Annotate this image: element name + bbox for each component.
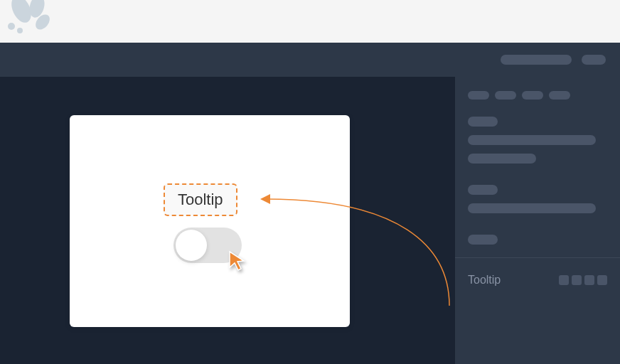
sidebar-placeholder [495,91,516,100]
sidebar-placeholder [468,91,489,100]
sidebar-footer-controls [559,275,607,285]
sidebar-placeholder [549,91,570,100]
sidebar-placeholder [468,117,498,127]
sidebar-tooltip-label[interactable]: Tooltip [468,274,501,287]
titlebar-placeholder [582,55,606,65]
app-titlebar [0,43,620,77]
properties-sidebar: Tooltip [455,77,620,364]
sidebar-footer-square[interactable] [572,275,582,285]
titlebar-placeholder [501,55,572,65]
sidebar-placeholder [468,235,498,245]
sidebar-placeholder [468,185,498,195]
sidebar-placeholder [468,154,536,164]
tooltip-bubble[interactable]: Tooltip [164,183,237,216]
svg-point-3 [8,23,15,30]
sidebar-footer-square[interactable] [584,275,594,285]
sidebar-footer-square[interactable] [559,275,569,285]
sidebar-divider [455,257,620,258]
cursor-icon [228,250,247,274]
sidebar-placeholder [468,135,596,145]
sidebar-footer-square[interactable] [597,275,607,285]
sidebar-placeholder [468,203,596,213]
preview-canvas [70,115,350,327]
svg-point-4 [17,28,23,33]
toggle-knob [176,230,207,261]
leaf-decoration-top-left [0,0,57,42]
sidebar-placeholder [522,91,543,100]
